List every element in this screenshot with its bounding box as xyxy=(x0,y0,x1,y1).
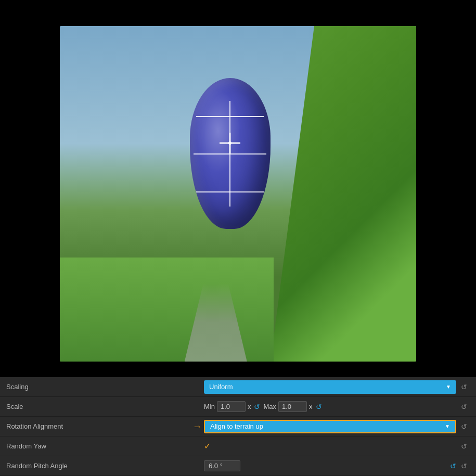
scale-min-unit: x xyxy=(248,403,251,410)
selection-line-vertical xyxy=(229,101,230,207)
scale-min-field: Min x xyxy=(204,401,251,412)
scale-inputs: Min x ↺ Max x ↺ xyxy=(204,401,456,412)
rotation-alignment-dropdown[interactable]: Align to terrain up ▼ xyxy=(204,420,456,433)
scale-max-label: Max xyxy=(263,403,276,410)
scaling-dropdown[interactable]: Uniform ▼ xyxy=(204,380,456,394)
rotation-alignment-label: Rotation Alignment xyxy=(6,422,204,430)
scaling-dropdown-arrow: ▼ xyxy=(446,384,451,390)
random-yaw-checkbox[interactable]: ✓ xyxy=(204,441,211,451)
scale-min-refresh-icon[interactable]: ↺ xyxy=(254,403,260,411)
rotation-alignment-dropdown-label: Align to terrain up xyxy=(210,422,263,430)
scale-row: Scale Min x ↺ Max x ↺ ↺ xyxy=(0,397,476,417)
random-yaw-label: Random Yaw xyxy=(6,442,204,450)
scale-max-refresh-icon[interactable]: ↺ xyxy=(316,403,322,411)
terrain-hill xyxy=(271,26,416,362)
random-pitch-angle-label: Random Pitch Angle xyxy=(6,462,204,470)
rotation-alignment-dropdown-arrow: ▼ xyxy=(445,423,450,429)
scale-value-area: Min x ↺ Max x ↺ xyxy=(204,401,456,412)
random-yaw-row: Random Yaw ✓ ↺ xyxy=(0,436,476,456)
scale-max-input[interactable] xyxy=(278,401,307,412)
scale-min-input[interactable] xyxy=(217,401,246,412)
rotation-alignment-reset-button[interactable]: ↺ xyxy=(458,421,470,432)
rotation-alignment-row: Rotation Alignment → Align to terrain up… xyxy=(0,417,476,436)
scaling-reset-button[interactable]: ↺ xyxy=(458,381,470,393)
scaling-dropdown-label: Uniform xyxy=(209,383,233,391)
random-yaw-reset-button[interactable]: ↺ xyxy=(458,441,470,452)
random-pitch-angle-row: Random Pitch Angle ↺ ↺ xyxy=(0,456,476,476)
scale-max-field: Max x xyxy=(263,401,312,412)
scaling-label: Scaling xyxy=(6,383,204,391)
random-pitch-angle-reset-button[interactable]: ↺ xyxy=(458,460,470,472)
3d-viewport[interactable] xyxy=(60,26,416,362)
pitch-angle-refresh-icon[interactable]: ↺ xyxy=(450,462,456,470)
balloon-object[interactable] xyxy=(190,78,271,229)
random-yaw-value: ✓ xyxy=(204,441,456,451)
scale-max-unit: x xyxy=(309,403,313,410)
random-pitch-angle-value xyxy=(204,460,448,471)
rotation-alignment-value: Align to terrain up ▼ xyxy=(204,420,456,433)
scaling-value: Uniform ▼ xyxy=(204,380,456,394)
scale-min-label: Min xyxy=(204,403,215,410)
random-pitch-angle-input[interactable] xyxy=(204,460,240,471)
scaling-row: Scaling Uniform ▼ ↺ xyxy=(0,377,476,397)
scale-label: Scale xyxy=(6,403,204,410)
rotation-alignment-arrow-indicator: → xyxy=(192,421,202,432)
scale-reset-button[interactable]: ↺ xyxy=(458,401,470,413)
properties-panel: Scaling Uniform ▼ ↺ Scale Min x ↺ Max xyxy=(0,377,476,476)
